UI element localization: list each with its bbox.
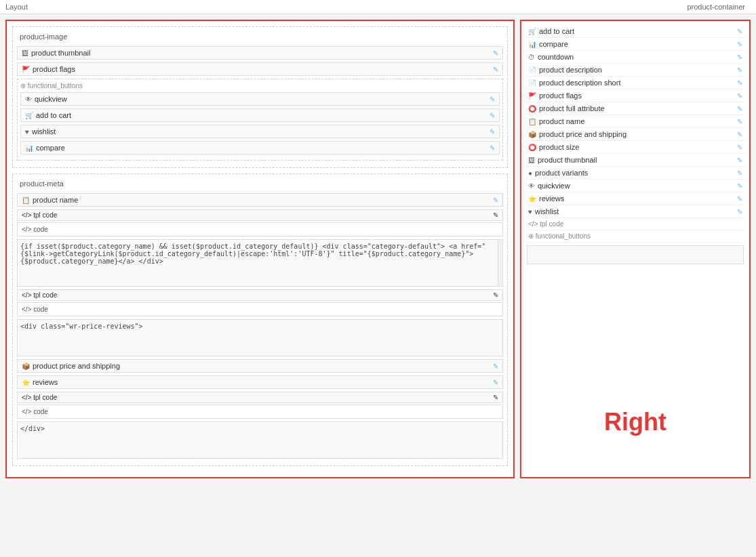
layout-label: Layout: [5, 3, 28, 11]
right-product-price-edit[interactable]: ✎: [737, 131, 742, 138]
reviews-label: reviews: [33, 378, 58, 386]
right-product-size: ⭕ product size ✎: [525, 141, 745, 154]
right-items-list: 🛒 add to cart ✎ 📊 compare ✎ ⏱ countdown: [525, 25, 745, 218]
quickview-edit[interactable]: ✎: [490, 96, 495, 103]
right-product-variants-label: product variants: [535, 169, 588, 177]
right-product-flags-edit[interactable]: ✎: [737, 92, 742, 100]
right-product-size-label: product size: [539, 143, 579, 151]
right-reviews-edit[interactable]: ✎: [737, 195, 742, 203]
right-product-description-edit[interactable]: ✎: [737, 66, 742, 74]
tpl-code-edit-2[interactable]: ✎: [493, 291, 498, 299]
product-price-row: 📦 product price and shipping ✎: [17, 359, 503, 373]
product-price-icon: 📦: [22, 363, 30, 370]
right-product-size-icon: ⭕: [528, 144, 536, 151]
right-product-variants-edit[interactable]: ✎: [737, 169, 742, 177]
code-content-2[interactable]: <div class="wr-price-reviews">: [17, 319, 503, 356]
right-quickview-edit[interactable]: ✎: [737, 182, 742, 190]
wishlist-edit[interactable]: ✎: [490, 128, 495, 136]
right-label: Right: [604, 408, 667, 436]
right-product-flags-icon: 🚩: [528, 92, 536, 100]
right-quickview-label: quickview: [538, 182, 570, 190]
thumbnail-icon: 🖼: [22, 49, 28, 57]
right-product-full-attribute-label: product full attribute: [539, 104, 605, 112]
scrollbar-1[interactable]: [498, 239, 503, 287]
right-tpl-code-section: </> tpl code: [525, 218, 745, 230]
reviews-edit[interactable]: ✎: [493, 379, 498, 386]
add-to-cart-edit[interactable]: ✎: [490, 112, 495, 119]
compare-label: compare: [36, 144, 65, 152]
product-name-icon: 📋: [22, 197, 30, 204]
code-label-2: </> code: [22, 306, 48, 313]
quickview-icon: 👁: [25, 96, 32, 103]
functional-buttons-section: ⊕ functional_buttons 👁 quickview ✎ 🛒 add…: [17, 79, 503, 161]
tpl-code-edit-1[interactable]: ✎: [493, 211, 498, 219]
right-product-thumbnail-edit[interactable]: ✎: [737, 157, 742, 164]
left-panel: Left product-image 🖼 product thumbnail ✎…: [5, 20, 515, 478]
quickview-row: 👁 quickview ✎: [20, 92, 500, 106]
product-meta-section: product-meta 📋 product name ✎ </> tpl co…: [12, 173, 508, 466]
product-flags-edit[interactable]: ✎: [493, 66, 498, 73]
reviews-row: ⭐ reviews ✎: [17, 375, 503, 389]
right-reviews-label: reviews: [539, 194, 564, 203]
tpl-code-edit-3[interactable]: ✎: [493, 394, 498, 401]
right-countdown-edit[interactable]: ✎: [737, 54, 742, 61]
right-product-name-edit[interactable]: ✎: [737, 118, 742, 125]
right-product-name-label: product name: [539, 117, 584, 125]
right-product-price-icon: 📦: [528, 131, 536, 138]
right-add-to-cart-label: add to cart: [539, 27, 574, 35]
right-product-size-edit[interactable]: ✎: [737, 144, 742, 151]
right-countdown-icon: ⏱: [528, 54, 535, 61]
product-image-section: product-image 🖼 product thumbnail ✎ 🚩 pr…: [12, 26, 508, 168]
code-label-1: </> code: [22, 226, 48, 233]
product-name-edit[interactable]: ✎: [493, 197, 498, 204]
add-to-cart-icon: 🛒: [25, 112, 33, 119]
tpl-code-row-1: </> tpl code ✎: [17, 209, 503, 221]
product-price-edit[interactable]: ✎: [493, 363, 498, 370]
product-price-label: product price and shipping: [33, 362, 120, 370]
right-product-price-label: product price and shipping: [539, 130, 626, 138]
code-block-1: </> code: [17, 222, 503, 236]
add-to-cart-row: 🛒 add to cart ✎: [20, 108, 500, 122]
right-compare-edit[interactable]: ✎: [737, 41, 742, 48]
wishlist-icon: ♥: [25, 128, 29, 136]
compare-edit[interactable]: ✎: [490, 144, 495, 152]
code-content-1[interactable]: {if isset($product.category_name) && iss…: [17, 239, 503, 287]
code-block-3: </> code: [17, 405, 503, 419]
right-product-variants-icon: ●: [528, 169, 532, 177]
right-wishlist: ♥ wishlist ✎: [525, 205, 745, 218]
product-meta-title: product-meta: [17, 178, 503, 189]
right-compare: 📊 compare ✎: [525, 38, 745, 51]
product-flags-label: product flags: [33, 65, 75, 73]
right-product-thumbnail: 🖼 product thumbnail ✎: [525, 154, 745, 167]
wishlist-row: ♥ wishlist ✎: [20, 125, 500, 138]
right-product-flags: 🚩 product flags ✎: [525, 89, 745, 102]
right-product-description-short-label: product description short: [539, 79, 620, 87]
right-product-description-label: product description: [539, 66, 602, 74]
product-thumbnail-row: 🖼 product thumbnail ✎: [17, 46, 503, 60]
right-functional-buttons-label: ⊕ functional_buttons: [528, 232, 591, 240]
wishlist-label: wishlist: [32, 127, 56, 136]
right-wishlist-edit[interactable]: ✎: [737, 208, 742, 215]
product-flags-row: 🚩 product flags ✎: [17, 62, 503, 76]
product-thumbnail-edit[interactable]: ✎: [493, 49, 498, 57]
right-product-thumbnail-label: product thumbnail: [538, 156, 597, 164]
right-quickview-icon: 👁: [528, 182, 535, 190]
right-quickview: 👁 quickview ✎: [525, 180, 745, 192]
functional-buttons-title: ⊕ functional_buttons: [20, 82, 500, 89]
compare-row: 📊 compare ✎: [20, 141, 500, 154]
right-countdown-label: countdown: [538, 53, 574, 61]
right-product-description-short-edit[interactable]: ✎: [737, 79, 742, 87]
product-name-label: product name: [33, 196, 78, 204]
code-block-2: </> code: [17, 302, 503, 316]
code-content-3[interactable]: </div>: [17, 421, 503, 459]
right-reviews-icon: ⭐: [528, 195, 536, 203]
right-product-description-icon: 📄: [528, 66, 536, 74]
right-wishlist-label: wishlist: [535, 207, 559, 215]
right-add-to-cart-edit[interactable]: ✎: [737, 28, 742, 35]
right-tpl-code-label: </> tpl code: [528, 220, 563, 228]
right-product-full-attribute-edit[interactable]: ✎: [737, 105, 742, 112]
right-compare-label: compare: [539, 40, 568, 48]
add-to-cart-label: add to cart: [36, 111, 71, 119]
compare-icon: 📊: [25, 144, 33, 152]
reviews-icon: ⭐: [22, 379, 30, 386]
